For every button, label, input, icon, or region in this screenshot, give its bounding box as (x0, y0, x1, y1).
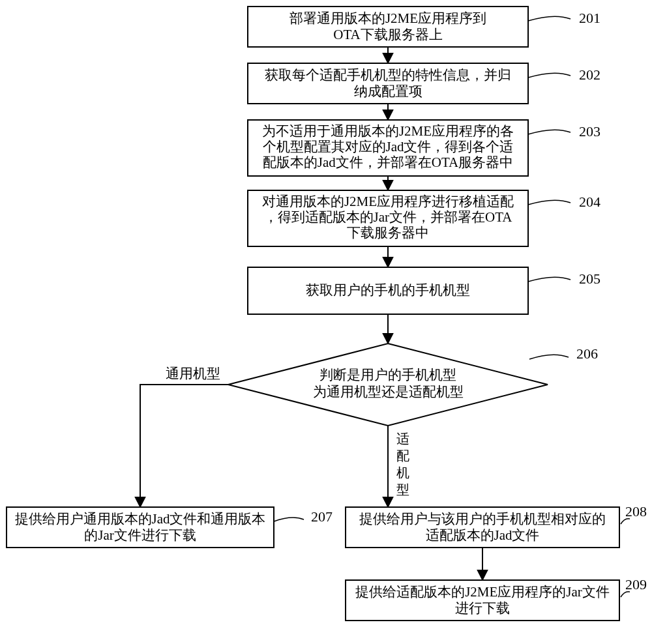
node-209-num: 209 (625, 576, 647, 593)
node-203-line1: 为不适用于通用版本的J2ME应用程序的各 (262, 123, 514, 139)
edge-label-adapt-0: 适 (396, 432, 409, 446)
node-209-line1: 提供给适配版本的J2ME应用程序的Jar文件 (355, 584, 610, 600)
node-208-num: 208 (625, 503, 647, 520)
node-204-line3: 下载服务器中 (347, 225, 429, 241)
flowchart-svg: 部署通用版本的J2ME应用程序到 OTA下载服务器上 201 获取每个适配手机机… (0, 0, 652, 644)
node-203-num: 203 (579, 123, 600, 139)
node-207-line1: 提供给用户通用版本的Jad文件和通用版本 (15, 511, 266, 527)
node-204-line1: 对通用版本的J2ME应用程序进行移植适配 (262, 194, 514, 209)
node-207-line2: 的Jar文件进行下载 (84, 527, 196, 543)
node-207: 提供给用户通用版本的Jad文件和通用版本 的Jar文件进行下载 207 (7, 507, 333, 548)
node-201-num: 201 (579, 10, 600, 26)
node-205-line1: 获取用户的手机的手机机型 (306, 282, 470, 298)
node-206-line1: 判断是用户的手机机型 (319, 367, 456, 383)
edge-label-adapt-2: 机 (396, 465, 409, 480)
node-209: 提供给适配版本的J2ME应用程序的Jar文件 进行下载 209 (346, 576, 647, 621)
edge-label-generic: 通用机型 (166, 366, 220, 381)
node-208-line2: 适配版本的Jad文件 (426, 527, 540, 543)
node-206-line2: 为通用机型还是适配机型 (313, 384, 464, 400)
node-209-line2: 进行下载 (455, 600, 510, 616)
node-202-num: 202 (579, 66, 600, 83)
edge-206-208: 适 配 机 型 (388, 426, 409, 506)
node-201-line2: OTA下载服务器上 (333, 27, 442, 42)
node-208-line1: 提供给用户与该用户的手机机型相对应的 (359, 511, 606, 527)
node-204-line2: ，得到适配版本的Jar文件，并部署在OTA (264, 209, 513, 225)
node-204: 对通用版本的J2ME应用程序进行移植适配 ，得到适配版本的Jar文件，并部署在O… (248, 190, 600, 246)
node-202-line2: 纳成配置项 (354, 83, 422, 99)
edge-label-adapt-3: 型 (396, 482, 409, 497)
node-201: 部署通用版本的J2ME应用程序到 OTA下载服务器上 201 (248, 7, 600, 47)
node-205: 获取用户的手机的手机机型 205 (248, 267, 600, 314)
node-208: 提供给用户与该用户的手机机型相对应的 适配版本的Jad文件 208 (346, 503, 647, 548)
node-202-line1: 获取每个适配手机机型的特性信息，并归 (265, 67, 511, 83)
node-203: 为不适用于通用版本的J2ME应用程序的各 个机型配置其对应的Jad文件，得到各个… (248, 120, 600, 176)
node-201-line1: 部署通用版本的J2ME应用程序到 (289, 10, 486, 26)
node-205-num: 205 (579, 271, 600, 287)
node-207-num: 207 (311, 508, 333, 525)
node-203-line3: 配版本的Jad文件，并部署在OTA服务器中 (263, 154, 513, 170)
edge-206-207: 通用机型 (140, 366, 228, 506)
node-203-line2: 个机型配置其对应的Jad文件，得到各个适 (263, 139, 514, 154)
node-206: 判断是用户的手机机型 为通用机型还是适配机型 206 (228, 344, 598, 426)
node-206-num: 206 (576, 345, 598, 362)
edge-label-adapt-1: 配 (396, 448, 409, 463)
node-204-num: 204 (579, 194, 600, 210)
node-202: 获取每个适配手机机型的特性信息，并归 纳成配置项 202 (248, 63, 600, 104)
